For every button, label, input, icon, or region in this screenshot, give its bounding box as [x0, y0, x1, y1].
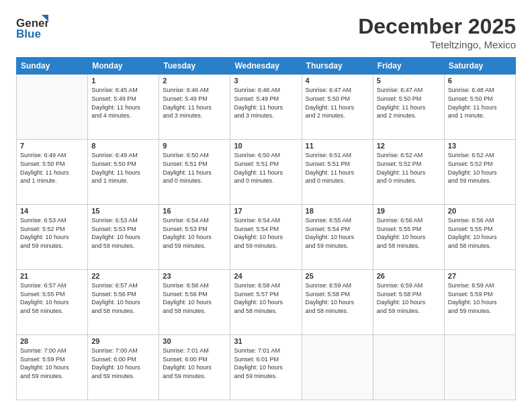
subtitle: Teteltzingo, Mexico	[358, 39, 516, 50]
day-number: 7	[20, 142, 84, 150]
day-number: 16	[163, 207, 226, 215]
calendar-col-header: Sunday	[17, 58, 88, 75]
day-info: Sunrise: 6:52 AM Sunset: 5:52 PM Dayligh…	[448, 151, 512, 185]
day-number: 24	[234, 272, 298, 280]
day-number: 31	[234, 337, 298, 345]
day-info: Sunrise: 6:49 AM Sunset: 5:50 PM Dayligh…	[91, 151, 155, 185]
day-info: Sunrise: 6:47 AM Sunset: 5:50 PM Dayligh…	[306, 86, 369, 120]
day-info: Sunrise: 6:59 AM Sunset: 5:58 PM Dayligh…	[377, 281, 441, 315]
day-number: 11	[306, 142, 369, 150]
calendar-cell: 29Sunrise: 7:00 AM Sunset: 6:00 PM Dayli…	[88, 335, 159, 400]
day-number: 14	[20, 207, 84, 215]
title-block: December 2025 Teteltzingo, Mexico	[358, 13, 516, 50]
day-info: Sunrise: 6:50 AM Sunset: 5:51 PM Dayligh…	[163, 151, 226, 185]
day-info: Sunrise: 6:52 AM Sunset: 5:52 PM Dayligh…	[377, 151, 441, 185]
day-info: Sunrise: 7:01 AM Sunset: 6:01 PM Dayligh…	[234, 347, 298, 380]
day-info: Sunrise: 6:53 AM Sunset: 5:52 PM Dayligh…	[20, 216, 84, 250]
day-info: Sunrise: 6:51 AM Sunset: 5:51 PM Dayligh…	[306, 151, 369, 185]
day-info: Sunrise: 6:58 AM Sunset: 5:57 PM Dayligh…	[234, 281, 298, 315]
calendar-cell: 14Sunrise: 6:53 AM Sunset: 5:52 PM Dayli…	[17, 205, 88, 270]
calendar-col-header: Tuesday	[159, 58, 230, 75]
calendar-cell: 20Sunrise: 6:56 AM Sunset: 5:55 PM Dayli…	[444, 205, 515, 270]
day-number: 8	[91, 142, 155, 150]
calendar-row: 1Sunrise: 6:45 AM Sunset: 5:49 PM Daylig…	[17, 75, 516, 140]
calendar-cell: 12Sunrise: 6:52 AM Sunset: 5:52 PM Dayli…	[373, 140, 444, 205]
calendar-cell: 24Sunrise: 6:58 AM Sunset: 5:57 PM Dayli…	[230, 270, 302, 335]
calendar-cell: 30Sunrise: 7:01 AM Sunset: 6:00 PM Dayli…	[159, 335, 230, 400]
day-info: Sunrise: 6:59 AM Sunset: 5:59 PM Dayligh…	[448, 281, 512, 315]
day-number: 19	[377, 207, 441, 215]
day-number: 12	[377, 142, 441, 150]
day-number: 23	[163, 272, 226, 280]
day-info: Sunrise: 6:46 AM Sunset: 5:49 PM Dayligh…	[234, 86, 298, 120]
calendar-cell: 28Sunrise: 7:00 AM Sunset: 5:59 PM Dayli…	[17, 335, 88, 400]
calendar-cell: 25Sunrise: 6:59 AM Sunset: 5:58 PM Dayli…	[302, 270, 373, 335]
main-title: December 2025	[358, 13, 516, 39]
day-info: Sunrise: 6:56 AM Sunset: 5:55 PM Dayligh…	[448, 216, 512, 250]
day-number: 5	[377, 77, 441, 85]
day-number: 9	[163, 142, 226, 150]
day-number: 27	[448, 272, 512, 280]
calendar-cell: 17Sunrise: 6:54 AM Sunset: 5:54 PM Dayli…	[230, 205, 302, 270]
calendar-cell: 16Sunrise: 6:54 AM Sunset: 5:53 PM Dayli…	[159, 205, 230, 270]
day-info: Sunrise: 6:47 AM Sunset: 5:50 PM Dayligh…	[377, 86, 441, 120]
calendar-col-header: Monday	[88, 58, 159, 75]
day-number: 15	[91, 207, 155, 215]
day-info: Sunrise: 6:46 AM Sunset: 5:49 PM Dayligh…	[163, 86, 226, 120]
day-info: Sunrise: 6:57 AM Sunset: 5:56 PM Dayligh…	[91, 281, 155, 315]
calendar-cell: 5Sunrise: 6:47 AM Sunset: 5:50 PM Daylig…	[373, 75, 444, 140]
svg-text:Blue: Blue	[16, 28, 41, 40]
calendar-cell: 15Sunrise: 6:53 AM Sunset: 5:53 PM Dayli…	[88, 205, 159, 270]
calendar-cell	[444, 335, 515, 400]
calendar-row: 21Sunrise: 6:57 AM Sunset: 5:55 PM Dayli…	[17, 270, 516, 335]
calendar-cell: 1Sunrise: 6:45 AM Sunset: 5:49 PM Daylig…	[88, 75, 159, 140]
day-info: Sunrise: 6:59 AM Sunset: 5:58 PM Dayligh…	[306, 281, 369, 315]
calendar-table: SundayMondayTuesdayWednesdayThursdayFrid…	[16, 57, 516, 400]
day-number: 20	[448, 207, 512, 215]
day-number: 22	[91, 272, 155, 280]
day-number: 25	[306, 272, 369, 280]
calendar-header-row: SundayMondayTuesdayWednesdayThursdayFrid…	[17, 58, 516, 75]
calendar-cell	[373, 335, 444, 400]
calendar-cell: 8Sunrise: 6:49 AM Sunset: 5:50 PM Daylig…	[88, 140, 159, 205]
day-info: Sunrise: 7:00 AM Sunset: 5:59 PM Dayligh…	[20, 347, 84, 380]
day-number: 17	[234, 207, 298, 215]
calendar-cell: 23Sunrise: 6:58 AM Sunset: 5:56 PM Dayli…	[159, 270, 230, 335]
calendar-cell: 7Sunrise: 6:49 AM Sunset: 5:50 PM Daylig…	[17, 140, 88, 205]
day-info: Sunrise: 6:55 AM Sunset: 5:54 PM Dayligh…	[306, 216, 369, 250]
day-info: Sunrise: 6:53 AM Sunset: 5:53 PM Dayligh…	[91, 216, 155, 250]
day-number: 10	[234, 142, 298, 150]
calendar-cell: 27Sunrise: 6:59 AM Sunset: 5:59 PM Dayli…	[444, 270, 515, 335]
calendar-col-header: Saturday	[444, 58, 515, 75]
day-number: 26	[377, 272, 441, 280]
day-number: 30	[163, 337, 226, 345]
day-info: Sunrise: 6:58 AM Sunset: 5:56 PM Dayligh…	[163, 281, 226, 315]
calendar-cell: 2Sunrise: 6:46 AM Sunset: 5:49 PM Daylig…	[159, 75, 230, 140]
calendar-cell: 18Sunrise: 6:55 AM Sunset: 5:54 PM Dayli…	[302, 205, 373, 270]
day-info: Sunrise: 6:56 AM Sunset: 5:55 PM Dayligh…	[377, 216, 441, 250]
calendar-cell: 21Sunrise: 6:57 AM Sunset: 5:55 PM Dayli…	[17, 270, 88, 335]
calendar-cell: 26Sunrise: 6:59 AM Sunset: 5:58 PM Dayli…	[373, 270, 444, 335]
logo: General Blue	[16, 13, 51, 40]
page: General Blue December 2025 Teteltzingo, …	[0, 0, 532, 411]
calendar-cell	[17, 75, 88, 140]
calendar-cell: 22Sunrise: 6:57 AM Sunset: 5:56 PM Dayli…	[88, 270, 159, 335]
calendar-col-header: Thursday	[302, 58, 373, 75]
day-info: Sunrise: 7:00 AM Sunset: 6:00 PM Dayligh…	[91, 347, 155, 380]
day-number: 28	[20, 337, 84, 345]
day-number: 18	[306, 207, 369, 215]
calendar-row: 28Sunrise: 7:00 AM Sunset: 5:59 PM Dayli…	[17, 335, 516, 400]
day-number: 3	[234, 77, 298, 85]
calendar-col-header: Wednesday	[230, 58, 302, 75]
day-info: Sunrise: 6:48 AM Sunset: 5:50 PM Dayligh…	[448, 86, 512, 120]
day-number: 6	[448, 77, 512, 85]
calendar-cell: 10Sunrise: 6:50 AM Sunset: 5:51 PM Dayli…	[230, 140, 302, 205]
header: General Blue December 2025 Teteltzingo, …	[16, 13, 516, 50]
day-number: 2	[163, 77, 226, 85]
calendar-cell: 9Sunrise: 6:50 AM Sunset: 5:51 PM Daylig…	[159, 140, 230, 205]
day-info: Sunrise: 6:54 AM Sunset: 5:54 PM Dayligh…	[234, 216, 298, 250]
calendar-row: 14Sunrise: 6:53 AM Sunset: 5:52 PM Dayli…	[17, 205, 516, 270]
day-number: 29	[91, 337, 155, 345]
calendar-cell: 3Sunrise: 6:46 AM Sunset: 5:49 PM Daylig…	[230, 75, 302, 140]
day-info: Sunrise: 6:57 AM Sunset: 5:55 PM Dayligh…	[20, 281, 84, 315]
